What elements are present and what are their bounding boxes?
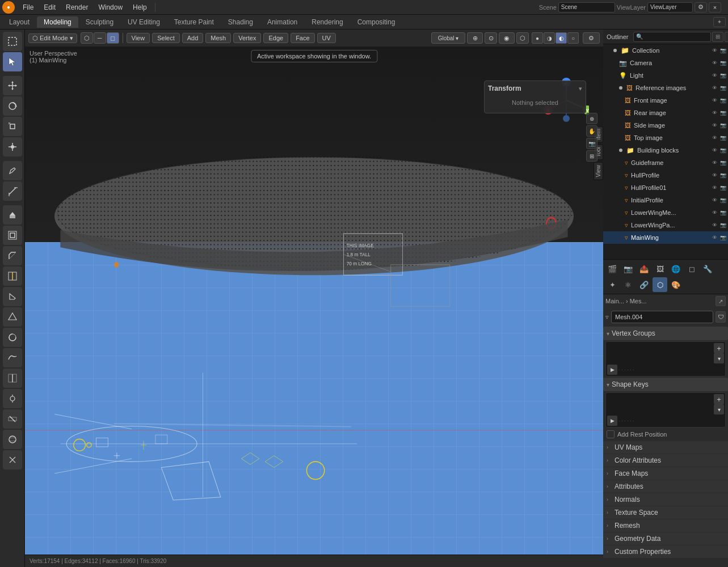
tool-smooth[interactable]	[3, 348, 22, 367]
scene-settings-btn[interactable]: ⚙	[695, 2, 707, 12]
xray-btn[interactable]: ⬡	[516, 32, 529, 44]
global-local-dropdown[interactable]: Global ▾	[431, 32, 465, 44]
shape-keys-header[interactable]: ▾ Shape Keys	[603, 378, 728, 391]
menu-render[interactable]: Render	[61, 2, 92, 12]
outliner-item-side-image[interactable]: 🖼 Side image 👁 📷	[603, 119, 728, 132]
outliner-item-hullprofile[interactable]: ▿ HullProfile 👁 📷	[603, 169, 728, 181]
mesh-shield-btn[interactable]: 🛡	[716, 311, 726, 323]
front-img-render-btn[interactable]: 📷	[719, 96, 727, 104]
front-img-vis-btn[interactable]: 👁	[710, 96, 718, 104]
viewport-edge-menu[interactable]: Edge	[263, 33, 288, 43]
lowerwingme-render-btn[interactable]: 📷	[719, 209, 727, 217]
lowerwingpa-vis-btn[interactable]: 👁	[710, 221, 718, 229]
snapping-btn[interactable]: ⊕	[467, 32, 483, 44]
outliner-item-lowerwingpa[interactable]: ▿ LowerWingPa... 👁 📷	[603, 219, 728, 231]
menu-help[interactable]: Help	[128, 2, 152, 12]
props-particle-btn[interactable]: ✦	[605, 277, 620, 292]
viewport-view-menu[interactable]: View	[127, 33, 150, 43]
collection-render-btn[interactable]: 📷	[719, 46, 727, 54]
tool-shear[interactable]	[3, 409, 22, 429]
viewlayer-name-input[interactable]: ViewLayer	[647, 2, 693, 12]
props-data-btn[interactable]: ⬡	[653, 277, 667, 292]
tool-spin[interactable]	[3, 328, 22, 347]
tab-uv-editing[interactable]: UV Editing	[121, 16, 167, 28]
texture-space-header[interactable]: › Texture Space	[603, 506, 728, 519]
viewport-canvas[interactable]: THIS IMAGE 1.8 m TALL 70 m LONG	[25, 46, 603, 567]
custom-properties-header[interactable]: › Custom Properties	[603, 545, 728, 558]
tool-edge-slide[interactable]	[3, 369, 22, 388]
hullprofile-render-btn[interactable]: 📷	[719, 171, 727, 179]
geometry-data-header[interactable]: › Geometry Data	[603, 532, 728, 545]
viewport-select-menu[interactable]: Select	[152, 33, 180, 43]
snap-to-btn[interactable]: ⊕	[586, 113, 597, 124]
camera-vis-btn[interactable]: 👁	[710, 59, 718, 67]
tool-to-sphere[interactable]	[3, 430, 22, 449]
viewport-mode-dropdown[interactable]: ⬡ Edit Mode ▾	[28, 33, 77, 43]
tool-annotate[interactable]	[3, 161, 22, 180]
remesh-header[interactable]: › Remesh	[603, 519, 728, 532]
side-img-vis-btn[interactable]: 👁	[710, 121, 718, 129]
view-tab[interactable]: View	[594, 162, 603, 180]
camera-render-btn[interactable]: 📷	[719, 59, 727, 67]
props-object-btn[interactable]: ◻	[684, 261, 699, 276]
tab-rendering[interactable]: Rendering	[305, 16, 350, 28]
props-render-btn[interactable]: 📷	[621, 261, 636, 276]
tab-texture-paint[interactable]: Texture Paint	[167, 16, 221, 28]
tool-scale[interactable]	[3, 117, 22, 136]
viewport-3d[interactable]: ⬡ Edit Mode ▾ ⬡ ─ ◻ View Select Add Mesh…	[25, 29, 603, 567]
tool-knife[interactable]	[3, 287, 22, 306]
viewport-mesh-menu[interactable]: Mesh	[205, 33, 231, 43]
transform-collapse-btn[interactable]: ▾	[579, 85, 582, 92]
edge-mode-btn[interactable]: ─	[94, 32, 106, 44]
options-btn[interactable]: ⚙	[583, 32, 600, 44]
building-render-btn[interactable]: 📷	[719, 146, 727, 154]
tool-select-box[interactable]	[3, 32, 22, 51]
rendered-view-btn[interactable]: ◐	[556, 32, 567, 44]
menu-window[interactable]: Window	[94, 2, 127, 12]
tool-cursor[interactable]	[3, 52, 22, 71]
lowerwingme-vis-btn[interactable]: 👁	[710, 209, 718, 217]
vg-down-btn[interactable]: ▾	[714, 353, 724, 363]
overlay-btn[interactable]: ◉	[499, 32, 515, 44]
menu-edit[interactable]: Edit	[39, 2, 60, 12]
hullprofile01-vis-btn[interactable]: 👁	[710, 184, 718, 192]
mesh-path-btn[interactable]: ↗	[716, 296, 726, 306]
uv-maps-header[interactable]: › UV Maps	[603, 441, 728, 454]
sk-add-btn[interactable]: +	[714, 394, 724, 404]
viewport-add-menu[interactable]: Add	[182, 33, 204, 43]
sk-down-btn[interactable]: ▾	[714, 404, 724, 414]
workspace-add-btn[interactable]: +	[713, 17, 726, 27]
top-img-vis-btn[interactable]: 👁	[710, 134, 718, 142]
tool-extrude[interactable]	[3, 205, 22, 225]
vertex-mode-btn[interactable]: ⬡	[81, 32, 93, 44]
tool-poly-build[interactable]	[3, 307, 22, 327]
rear-img-vis-btn[interactable]: 👁	[710, 109, 718, 117]
props-modifier-btn[interactable]: 🔧	[700, 261, 715, 276]
outliner-item-front-image[interactable]: 🖼 Front image 👁 📷	[603, 94, 728, 107]
outliner-item-ref-images[interactable]: 🖼 Reference images 👁 📷	[603, 82, 728, 94]
side-img-render-btn[interactable]: 📷	[719, 121, 727, 129]
props-constraint-btn[interactable]: 🔗	[637, 277, 651, 292]
scene-name-input[interactable]: Scene	[558, 2, 615, 12]
initialprofile-render-btn[interactable]: 📷	[719, 196, 727, 204]
light-vis-btn[interactable]: 👁	[710, 71, 718, 79]
tool-rip-region[interactable]	[3, 450, 22, 469]
viewport-vertex-menu[interactable]: Vertex	[233, 33, 261, 43]
rear-img-render-btn[interactable]: 📷	[719, 109, 727, 117]
outliner-item-guideframe[interactable]: ▿ Guideframe 👁 📷	[603, 156, 728, 169]
outliner-item-top-image[interactable]: 🖼 Top image 👁 📷	[603, 132, 728, 144]
outliner-list[interactable]: 📁 Collection 👁 📷 📷 Camera 👁 📷	[603, 44, 728, 260]
tab-modeling[interactable]: Modeling	[37, 16, 78, 28]
attributes-header[interactable]: › Attributes	[603, 480, 728, 493]
scene-close-btn[interactable]: ×	[709, 2, 721, 12]
tab-animation[interactable]: Animation	[260, 16, 304, 28]
props-scene-btn[interactable]: 🎬	[605, 261, 620, 276]
outliner-item-camera[interactable]: 📷 Camera 👁 📷	[603, 57, 728, 69]
eevee-btn[interactable]: ○	[567, 32, 579, 44]
tool-loop-cut[interactable]	[3, 266, 22, 286]
tab-shading[interactable]: Shading	[221, 16, 260, 28]
mainwing-render-btn[interactable]: 📷	[719, 234, 727, 242]
outliner-item-light[interactable]: 💡 Light 👁 📷	[603, 69, 728, 82]
hullprofile01-render-btn[interactable]: 📷	[719, 184, 727, 192]
color-attributes-header[interactable]: › Color Attributes	[603, 454, 728, 467]
